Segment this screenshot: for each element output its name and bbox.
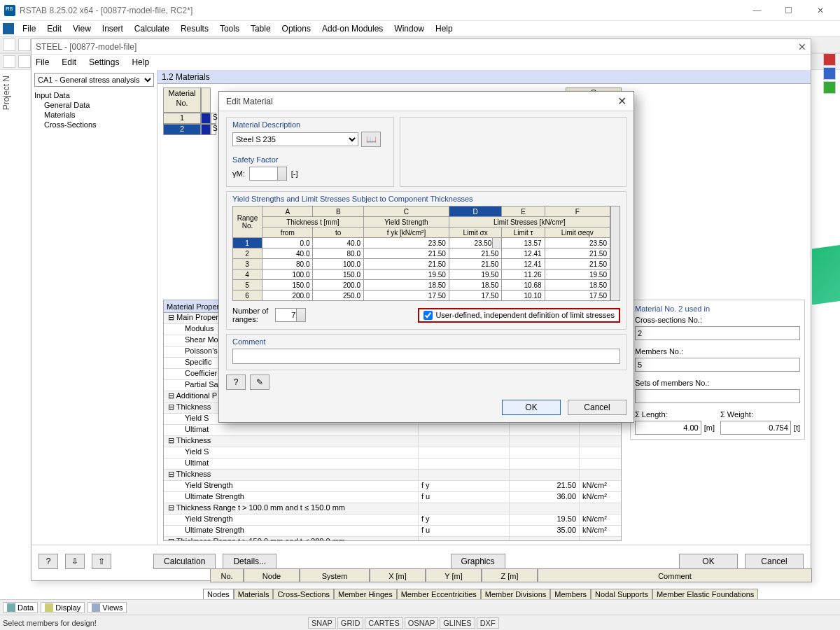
menu-view[interactable]: View: [67, 22, 97, 35]
table-row[interactable]: 6200.0250.017.5017.5010.1017.50: [233, 290, 610, 301]
sets-value[interactable]: [635, 389, 800, 403]
material-library-icon[interactable]: 📖: [361, 132, 381, 147]
nav-tree[interactable]: Input Data General Data Materials Cross-…: [31, 90, 157, 132]
import-icon[interactable]: ⇧: [92, 554, 111, 569]
prop-row[interactable]: ⊟ Thickness Range t > 150.0 mm and t ≤ 2…: [164, 537, 621, 541]
mat-row-2-no[interactable]: 2: [163, 124, 201, 135]
open-icon[interactable]: [18, 38, 31, 51]
close-button[interactable]: ✕: [804, 1, 836, 20]
dialog-ok-button[interactable]: OK: [502, 400, 561, 415]
table-row[interactable]: 10.040.023.5023.5013.5723.50: [233, 238, 610, 248]
comment-input[interactable]: [232, 349, 620, 364]
menu-tools[interactable]: Tools: [214, 22, 245, 35]
table-row[interactable]: 5150.0200.018.5018.5010.6818.50: [233, 280, 610, 290]
prop-row[interactable]: ⊟ Thickness: [164, 436, 621, 447]
menu-window[interactable]: Window: [388, 22, 430, 35]
table-row[interactable]: 4100.0150.019.5019.5011.2619.50: [233, 270, 610, 280]
tab-member-hinges[interactable]: Member Hinges: [334, 589, 397, 599]
menu-results[interactable]: Results: [175, 22, 214, 35]
members-value[interactable]: [635, 358, 800, 372]
tab-materials[interactable]: Materials: [234, 589, 274, 599]
status-glines[interactable]: GLINES: [440, 617, 475, 629]
tree-root[interactable]: Input Data: [34, 91, 154, 99]
steel-titlebar: STEEL - [00877-model-file] ✕: [31, 39, 811, 55]
status-grid[interactable]: GRID: [337, 617, 364, 629]
yield-strength-table[interactable]: Range No. A B C D E F Thickness t [mm] Y…: [232, 206, 610, 301]
prop-row[interactable]: Yield Strengthf y21.50kN/cm²: [164, 481, 621, 492]
status-osnap[interactable]: OSNAP: [405, 617, 439, 629]
menu-options[interactable]: Options: [276, 22, 316, 35]
steel-close-icon[interactable]: ✕: [798, 41, 806, 52]
tab-member-divisions[interactable]: Member Divisions: [481, 589, 550, 599]
calculation-button[interactable]: Calculation: [153, 554, 216, 569]
steel-ok-button[interactable]: OK: [679, 554, 738, 569]
prop-row[interactable]: ⊟ Thickness: [164, 470, 621, 481]
prop-row[interactable]: Ultimat: [164, 458, 621, 470]
mat-row-1-no[interactable]: 1: [163, 113, 201, 124]
tab-member-elastic-foundations[interactable]: Member Elastic Foundations: [652, 589, 758, 599]
rtool-3[interactable]: [823, 81, 836, 94]
prop-row[interactable]: Yield Strengthf y19.50kN/cm²: [164, 514, 621, 526]
tree-materials[interactable]: Materials: [44, 111, 154, 119]
status-snap[interactable]: SNAP: [308, 617, 336, 629]
steel-menu-settings[interactable]: Settings: [89, 57, 119, 67]
views-tab[interactable]: Views: [88, 602, 127, 613]
nranges-spinner[interactable]: 7: [275, 308, 306, 322]
menu-insert[interactable]: Insert: [97, 22, 129, 35]
help-icon[interactable]: ?: [38, 554, 58, 569]
material-desc-combo[interactable]: Steel S 235: [232, 132, 358, 146]
dialog-titlebar[interactable]: Edit Material ✕: [219, 92, 634, 111]
dialog-close-icon[interactable]: ✕: [617, 94, 626, 108]
steel-menu-edit[interactable]: Edit: [62, 57, 76, 67]
tree-cross-sections[interactable]: Cross-Sections: [44, 120, 154, 129]
new-icon[interactable]: [3, 38, 15, 51]
table-row[interactable]: 240.080.021.5021.5012.4121.50: [233, 248, 610, 259]
maximize-button[interactable]: ☐: [773, 1, 804, 20]
cross-value[interactable]: [635, 326, 800, 340]
menu-calculate[interactable]: Calculate: [129, 22, 175, 35]
steel-menu-help[interactable]: Help: [132, 57, 149, 67]
app-icon: [4, 5, 15, 16]
tool-icon-2[interactable]: [18, 55, 31, 68]
menu-addon[interactable]: Add-on Modules: [316, 22, 388, 35]
col-E: E: [502, 206, 545, 217]
rtool-1[interactable]: [823, 53, 836, 66]
menu-help[interactable]: Help: [430, 22, 458, 35]
prop-row[interactable]: Ultimat: [164, 425, 621, 436]
details-button[interactable]: Details...: [223, 554, 276, 569]
col-lt: Limit τ: [502, 227, 545, 238]
userdef-checkbox[interactable]: [424, 311, 433, 320]
steel-menu-file[interactable]: File: [36, 57, 49, 67]
status-cartes[interactable]: CARTES: [365, 617, 402, 629]
table-row[interactable]: 380.0100.021.5021.5012.4121.50: [233, 259, 610, 270]
prop-row[interactable]: Ultimate Strengthf u36.00kN/cm²: [164, 492, 621, 503]
prop-row[interactable]: Yield S: [164, 447, 621, 458]
tool-icon[interactable]: [3, 55, 15, 68]
minimize-button[interactable]: —: [741, 1, 773, 20]
case-selector[interactable]: CA1 - General stress analysis of: [34, 73, 154, 87]
menu-table[interactable]: Table: [245, 22, 276, 35]
prop-row[interactable]: Ultimate Strengthf u35.00kN/cm²: [164, 526, 621, 537]
table-scrollbar[interactable]: [610, 206, 620, 301]
menu-edit[interactable]: Edit: [41, 22, 67, 35]
export-icon[interactable]: ⇩: [65, 554, 85, 569]
tab-nodal-supports[interactable]: Nodal Supports: [591, 589, 652, 599]
menu-file[interactable]: File: [17, 22, 41, 35]
tree-general-data[interactable]: General Data: [44, 101, 154, 109]
data-tab[interactable]: Data: [3, 602, 38, 613]
tab-member-eccentricities[interactable]: Member Eccentricities: [397, 589, 481, 599]
tab-cross-sections[interactable]: Cross-Sections: [273, 589, 334, 599]
tab-nodes[interactable]: Nodes: [203, 589, 234, 599]
rtool-2[interactable]: [823, 67, 836, 80]
prop-row[interactable]: ⊟ Thickness Range t > 100.0 mm and t ≤ 1…: [164, 503, 621, 514]
graphics-button[interactable]: Graphics: [451, 554, 505, 569]
dlg-edit-icon[interactable]: ✎: [250, 374, 270, 390]
app-menu-icon[interactable]: [3, 23, 14, 34]
dialog-cancel-button[interactable]: Cancel: [568, 400, 626, 415]
steel-cancel-button[interactable]: Cancel: [745, 554, 804, 569]
dlg-help-icon[interactable]: ?: [226, 374, 246, 390]
display-tab[interactable]: Display: [41, 602, 85, 613]
tab-members[interactable]: Members: [550, 589, 591, 599]
status-dxf[interactable]: DXF: [477, 617, 499, 629]
gamma-spinner[interactable]: [249, 167, 287, 181]
